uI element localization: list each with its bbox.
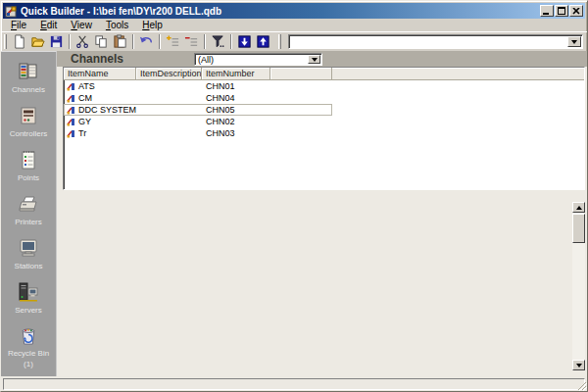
chevron-down-icon [576, 364, 582, 368]
printers-icon [17, 192, 40, 216]
window-title: Quick Builder - I:\bei fen\DY\r200 DELL.… [21, 6, 540, 17]
channel-item-icon [67, 106, 75, 115]
quick-builder-window: Quick Builder - I:\bei fen\DY\r200 DELL.… [0, 0, 588, 392]
row-description [136, 104, 202, 116]
row-name: ATS [78, 80, 95, 92]
undo-button[interactable] [137, 33, 156, 50]
undo-icon [139, 34, 154, 49]
toolbar-separator [132, 34, 134, 49]
filter-icon [211, 34, 225, 49]
open-button[interactable] [28, 33, 47, 50]
save-button[interactable] [47, 33, 66, 50]
controllers-icon [17, 104, 40, 127]
sidebar-item-label: Servers [15, 306, 42, 315]
column-header-itemdescription[interactable]: ItemDescription [136, 68, 202, 79]
status-message [3, 378, 585, 390]
cut-icon [75, 34, 90, 49]
servers-icon [17, 280, 40, 304]
upload-icon [256, 34, 270, 49]
row-name: Tr [78, 127, 86, 139]
toolbar-grip [4, 34, 7, 49]
sidebar-item-badge: (1) [24, 360, 33, 368]
main-panel: Channels (All) ItemName ItemDescription … [57, 51, 587, 376]
sidebar-item-channels[interactable]: Channels [1, 60, 56, 104]
add-item-button[interactable] [164, 33, 182, 50]
menu-view[interactable]: View [65, 19, 98, 31]
sidebar-item-stations[interactable]: Stations [1, 236, 56, 280]
channels-list: ItemName ItemDescription ItemNumber ATS … [63, 67, 585, 190]
column-header-itemnumber[interactable]: ItemNumber [202, 68, 270, 79]
paste-button[interactable] [111, 33, 129, 50]
app-icon [5, 5, 18, 18]
column-header-blank[interactable] [270, 68, 332, 79]
toolbar-grip [278, 34, 281, 49]
row-name: CM [78, 92, 92, 104]
new-icon [12, 34, 26, 49]
filter-combobox[interactable]: (All) [194, 53, 322, 66]
filter-combobox-value: (All) [195, 55, 308, 65]
scrollbar-thumb[interactable] [572, 214, 585, 243]
menu-help[interactable]: Help [136, 19, 169, 31]
scroll-down-button[interactable] [572, 360, 585, 370]
menu-file[interactable]: File [5, 19, 32, 31]
statusbar [1, 376, 587, 391]
row-description [136, 80, 202, 92]
filter-button[interactable] [209, 33, 227, 50]
toolbar-separator [230, 34, 232, 49]
scroll-up-button[interactable] [572, 202, 585, 213]
page-title: Channels [57, 52, 123, 66]
toolbar-combobox-dropdown-button[interactable] [567, 36, 581, 47]
toolbar-combobox[interactable] [288, 34, 583, 49]
download-button[interactable] [235, 33, 254, 50]
sidebar-item-controllers[interactable]: Controllers [1, 104, 56, 148]
row-name: GY [78, 116, 91, 127]
maximize-button[interactable] [555, 5, 568, 17]
menu-edit[interactable]: Edit [34, 19, 63, 31]
sidebar-item-label: Recycle Bin [8, 349, 49, 358]
row-extra [270, 104, 332, 116]
channels-icon [17, 60, 40, 83]
sidebar-item-servers[interactable]: Servers [1, 280, 56, 324]
open-icon [30, 34, 45, 49]
toolbar [1, 31, 587, 51]
filter-combobox-dropdown-button[interactable] [308, 55, 320, 64]
resize-grip[interactable] [575, 379, 587, 391]
row-extra [270, 116, 332, 127]
upload-button[interactable] [254, 33, 272, 50]
table-row[interactable]: CM CHN04 [64, 92, 584, 104]
sidebar-item-recycle-bin[interactable]: Recycle Bin (1) [1, 324, 56, 368]
row-description [136, 127, 202, 139]
stations-icon [17, 236, 40, 260]
sidebar-item-points[interactable]: Points [1, 148, 56, 192]
chevron-down-icon [312, 58, 318, 62]
remove-item-icon [184, 34, 199, 49]
table-row[interactable]: GY CHN02 [64, 116, 584, 127]
toolbar-separator [159, 34, 161, 49]
table-row[interactable]: Tr CHN03 [64, 127, 584, 139]
column-header-itemname[interactable]: ItemName [64, 68, 136, 79]
toolbar-separator [204, 34, 206, 49]
channel-item-icon [67, 94, 75, 103]
row-number: CHN05 [202, 104, 270, 116]
close-button[interactable] [569, 5, 583, 17]
minimize-button[interactable] [540, 5, 554, 17]
menu-tools[interactable]: Tools [100, 19, 134, 31]
cut-button[interactable] [74, 33, 92, 50]
channel-item-icon [67, 82, 75, 91]
channel-item-icon [67, 129, 75, 138]
vertical-scrollbar[interactable] [572, 202, 585, 370]
copy-button[interactable] [92, 33, 111, 50]
sidebar-item-printers[interactable]: Printers [1, 192, 56, 236]
sidebar-item-label: Channels [12, 85, 45, 94]
new-button[interactable] [10, 33, 28, 50]
table-row[interactable]: ATS CHN01 [64, 80, 584, 92]
menubar: File Edit View Tools Help [1, 19, 587, 31]
table-row[interactable]: DDC SYSTEM CHN05 [64, 104, 584, 116]
row-description [136, 92, 202, 104]
row-extra [270, 80, 332, 92]
sidebar-item-label: Stations [15, 262, 43, 270]
paste-icon [113, 34, 127, 49]
row-number: CHN03 [202, 127, 270, 139]
channel-item-icon [67, 118, 75, 126]
remove-item-button[interactable] [182, 33, 201, 50]
